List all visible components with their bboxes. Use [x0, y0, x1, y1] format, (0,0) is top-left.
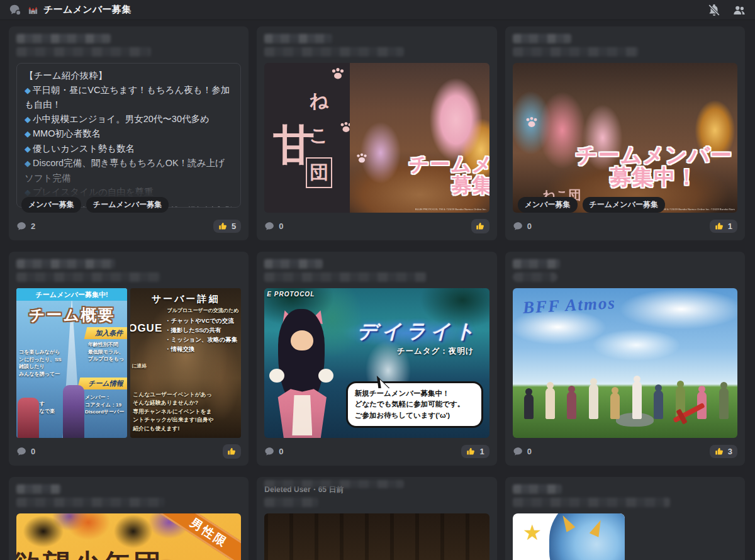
post-image: [264, 513, 489, 560]
character-group: [524, 381, 729, 419]
post-image: E PROTOCOL デイライト チームタグ：夜明け 新規チームメンバー募集中！…: [264, 288, 489, 438]
tag-member-recruit[interactable]: メンバー募集: [21, 197, 81, 213]
diamond-bullet-icon: ◆: [25, 144, 31, 154]
forum-post-card[interactable]: 【チーム紹介抜粋】 ◆平日朝・昼にVC立ちます！もちろん夜も！参加も自由！ ◆小…: [9, 26, 249, 240]
post-images: チームメンバー募集中! チーム概要 加入条件 チーム情報 コを楽しみながら ンに…: [16, 288, 241, 438]
deleted-user-line: Deleted User・65 日前: [264, 484, 489, 495]
thumbsup-icon: [476, 221, 485, 231]
diamond-bullet-icon: ◆: [25, 159, 31, 168]
redacted-post-author: [264, 498, 318, 507]
forum-post-card[interactable]: 甘 ね こ 団 チームメ 募集 BLUE PROTO: [257, 26, 496, 240]
tavern-scene-image: [264, 513, 489, 560]
server-details-image: サーバー詳細 ブルプロユーザーの交流のため ・チャットやVCでの交流 ・撮影した…: [130, 288, 241, 438]
forum-post-card[interactable]: Deleted User・65 日前: [257, 477, 496, 560]
thumbsup-reaction[interactable]: 1: [710, 220, 737, 233]
diamond-bullet-icon: ◆: [25, 86, 31, 95]
comment-bubble-icon: [513, 221, 523, 232]
redacted-post-title: [16, 484, 61, 494]
comment-count: 0: [264, 221, 283, 232]
speech-bubble: 新規チームメンバー募集中！ どなたでも気軽に参加可能です。 ご参加お待ちしていま…: [346, 381, 483, 428]
recruit-overlay-text: チームメンバー 募集中！: [576, 144, 732, 189]
team-overview-title: チーム概要: [16, 305, 127, 325]
comment-bubble-icon: [264, 221, 275, 232]
thumbsup-reaction[interactable]: 3: [710, 445, 737, 458]
redacted-post-author: [513, 47, 639, 57]
vtuber-thumbnail: ★ Tuber: [513, 513, 625, 560]
comment-count: 0: [513, 446, 532, 457]
tag-member-recruit[interactable]: メンバー募集: [518, 197, 578, 213]
redacted-post-author: [513, 272, 557, 282]
redacted-overlay: [264, 480, 404, 488]
thumbsup-reaction[interactable]: 1: [461, 445, 489, 458]
diamond-bullet-icon: ◆: [25, 129, 31, 138]
excerpt-line: ◆Discord完備、聞き専ももちろんOK！読み上げソフト完備: [25, 156, 233, 185]
thumbsup-icon: [218, 221, 228, 231]
redacted-post-author: [16, 47, 151, 57]
thumbsup-icon: [715, 447, 724, 456]
server-feature-list: ・チャットやVCでの交流 ・撮影したSSの共有 ・ミッション、攻略の募集 ・情報…: [165, 316, 237, 354]
forum-post-grid: 【チーム紹介抜粋】 ◆平日朝・昼にVC立ちます！もちろん夜も！参加も自由！ ◆小…: [0, 20, 755, 560]
forum-post-card[interactable]: BFF Atmos 0 3: [505, 252, 745, 466]
thumbsup-reaction[interactable]: [471, 219, 489, 233]
catgirl-character: [268, 309, 337, 438]
notifications-off-icon[interactable]: [707, 3, 721, 17]
thumbsup-reaction[interactable]: [223, 444, 241, 459]
forum-channel-icon: [9, 3, 23, 17]
star-icon: ★: [523, 520, 542, 545]
post-image: 甘 ね こ 団 チームメ 募集 BLUE PROTO: [264, 63, 489, 213]
comment-bubble-icon: [16, 221, 27, 232]
excerpt-line: ◆小中規模エンジョイ。男女20代〜30代多め: [25, 112, 233, 127]
post-image: ねこ団 チームメンバー 募集中！ BLUE PROTOCOL TM & ©201…: [513, 63, 737, 213]
redacted-post-author: [264, 272, 426, 282]
copyright-text: BLUE PROTOCOL TM & ©2019 Bandai Namco On…: [415, 208, 487, 211]
forum-post-card[interactable]: ねこ団 チームメンバー 募集中！ BLUE PROTOCOL TM & ©201…: [505, 26, 745, 240]
recruit-overlay-text: チームメ 募集: [408, 154, 489, 196]
comment-bubble-icon: [264, 446, 275, 457]
paw-icon: [524, 116, 539, 132]
excerpt-line: ◆優しいカンスト勢も数名: [25, 142, 233, 157]
diamond-bullet-icon: ◆: [25, 115, 31, 124]
redacted-post-author: [264, 47, 404, 57]
excerpt-heading: 【チーム紹介抜粋】: [25, 69, 233, 83]
forum-post-card[interactable]: ★ Tuber: [505, 477, 745, 560]
server-description: こんなユーザーイベントがあっ そんな経験ありませんか? 専用チャンネルにイベント…: [133, 391, 213, 434]
castle-emoji-icon: [28, 4, 38, 15]
forum-post-card[interactable]: チームメンバー募集中! チーム概要 加入条件 チーム情報 コを楽しみながら ンに…: [9, 252, 249, 466]
team-overview-image: チームメンバー募集中! チーム概要 加入条件 チーム情報 コを楽しみながら ンに…: [16, 288, 127, 438]
team-info-ribbon: チーム情報: [77, 378, 127, 389]
redacted-post-title: [513, 484, 562, 494]
post-image: 欲望少年団 男性限: [16, 513, 241, 560]
comment-count: 0: [16, 446, 35, 457]
thumbsup-reaction[interactable]: 5: [213, 220, 241, 233]
channel-header: チームメンバー募集: [0, 0, 755, 20]
comment-bubble-icon: [16, 446, 27, 457]
redacted-post-title: [513, 259, 560, 269]
redacted-post-title: [264, 259, 323, 269]
forum-post-card[interactable]: 欲望少年団 男性限: [9, 477, 249, 560]
excerpt-line: ◆MMO初心者数名: [25, 126, 233, 142]
thumbsup-icon: [227, 447, 237, 456]
forum-post-card[interactable]: E PROTOCOL デイライト チームタグ：夜明け 新規チームメンバー募集中！…: [257, 252, 496, 466]
comment-count: 0: [513, 221, 532, 232]
redacted-post-title: [264, 34, 332, 43]
thumbsup-icon: [466, 447, 476, 456]
redacted-post-author: [16, 498, 165, 507]
team-tag-line: チームタグ：夜明け: [397, 346, 474, 357]
member-list-icon[interactable]: [732, 3, 746, 17]
redacted-post-author: [513, 498, 670, 507]
comment-count: 0: [264, 446, 283, 457]
join-conditions-ribbon: 加入条件: [84, 327, 127, 339]
blue-protocol-logo: E PROTOCOL: [267, 291, 315, 298]
paw-icon: [355, 152, 369, 167]
tag-team-member-recruit[interactable]: チームメンバー募集: [86, 197, 169, 213]
redacted-post-title: [16, 259, 115, 269]
redacted-post-author: [16, 272, 160, 282]
bar-scene-image: チームメ 募集 BLUE PROTOCOL TM & ©2019 Bandai …: [350, 63, 489, 213]
team-name-daylight: デイライト: [357, 318, 479, 345]
tag-team-member-recruit[interactable]: チームメンバー募集: [583, 197, 665, 213]
comment-bubble-icon: [513, 446, 523, 457]
team-name-yokubou: 欲望少年団: [16, 546, 164, 560]
thumbsup-icon: [715, 221, 724, 231]
logo-nekodan-vertical: ね こ 団: [306, 88, 332, 188]
post-image: ★ Tuber: [513, 513, 737, 560]
